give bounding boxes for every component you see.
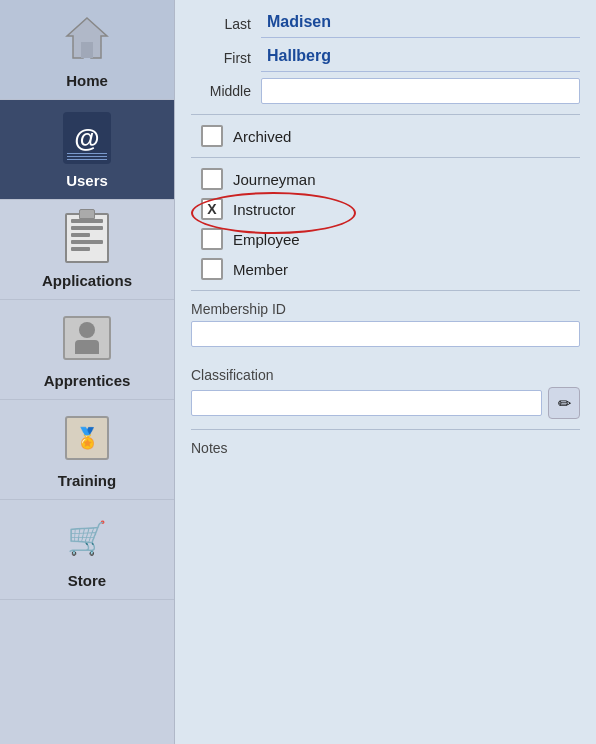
- middle-label: Middle: [191, 83, 261, 99]
- divider-2: [191, 157, 580, 158]
- main-content: Last Madisen First Hallberg Middle Archi…: [175, 0, 596, 744]
- first-value: Hallberg: [261, 44, 580, 72]
- middle-name-row: Middle: [191, 78, 580, 104]
- applications-icon: [59, 210, 115, 266]
- membership-id-label: Membership ID: [191, 301, 580, 317]
- employee-label: Employee: [233, 231, 300, 248]
- member-row: Member: [191, 258, 580, 280]
- home-icon: [59, 10, 115, 66]
- users-icon: [59, 110, 115, 166]
- svg-rect-1: [81, 42, 93, 58]
- classification-edit-button[interactable]: ✏: [548, 387, 580, 419]
- member-checkbox[interactable]: [201, 258, 223, 280]
- membership-id-row: [191, 321, 580, 347]
- first-label: First: [191, 50, 261, 66]
- sidebar-item-store[interactable]: 🛒 Store: [0, 500, 174, 600]
- sidebar-item-applications-label: Applications: [42, 272, 132, 289]
- member-label: Member: [233, 261, 288, 278]
- sidebar-item-apprentices[interactable]: Apprentices: [0, 300, 174, 400]
- notes-label: Notes: [191, 440, 580, 456]
- training-icon: 🏅: [59, 410, 115, 466]
- sidebar-item-apprentices-label: Apprentices: [44, 372, 131, 389]
- journeyman-row: Journeyman: [191, 168, 580, 190]
- divider-3: [191, 290, 580, 291]
- divider-1: [191, 114, 580, 115]
- sidebar-item-users-label: Users: [66, 172, 108, 189]
- journeyman-label: Journeyman: [233, 171, 316, 188]
- sidebar-item-home-label: Home: [66, 72, 108, 89]
- sidebar-item-applications[interactable]: Applications: [0, 200, 174, 300]
- last-name-row: Last Madisen: [191, 10, 580, 38]
- sidebar-item-training[interactable]: 🏅 Training: [0, 400, 174, 500]
- first-name-row: First Hallberg: [191, 44, 580, 72]
- classification-field-group: ✏: [191, 387, 580, 419]
- membership-id-input[interactable]: [191, 321, 580, 347]
- instructor-label: Instructor: [233, 201, 296, 218]
- employee-checkbox[interactable]: [201, 228, 223, 250]
- employee-row: Employee: [191, 228, 580, 250]
- apprentices-icon: [59, 310, 115, 366]
- journeyman-checkbox[interactable]: [201, 168, 223, 190]
- middle-input[interactable]: [261, 78, 580, 104]
- last-value: Madisen: [261, 10, 580, 38]
- classification-input[interactable]: [191, 390, 542, 416]
- divider-4: [191, 429, 580, 430]
- classification-label: Classification: [191, 367, 580, 383]
- store-icon: 🛒: [59, 510, 115, 566]
- archived-checkbox[interactable]: [201, 125, 223, 147]
- last-label: Last: [191, 16, 261, 32]
- sidebar-item-home[interactable]: Home: [0, 0, 174, 100]
- pencil-icon: ✏: [558, 394, 571, 413]
- sidebar-item-users[interactable]: Users: [0, 100, 174, 200]
- archived-row: Archived: [191, 125, 580, 147]
- instructor-row: X Instructor: [191, 198, 580, 220]
- sidebar-item-training-label: Training: [58, 472, 116, 489]
- archived-label: Archived: [233, 128, 291, 145]
- sidebar: Home Users Applications: [0, 0, 175, 744]
- sidebar-item-store-label: Store: [68, 572, 106, 589]
- instructor-checkbox[interactable]: X: [201, 198, 223, 220]
